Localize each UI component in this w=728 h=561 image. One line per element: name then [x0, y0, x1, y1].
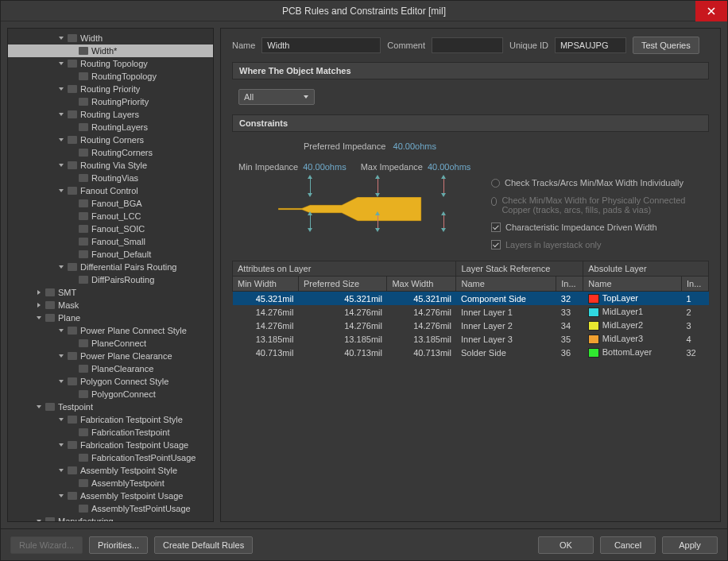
tree-item[interactable]: Fabrication Testpoint Style: [8, 413, 213, 426]
collapse-icon[interactable]: [35, 403, 43, 411]
tree-item[interactable]: Manufacturing: [8, 515, 213, 522]
tree-item[interactable]: AssemblyTestPointUsage: [8, 502, 213, 515]
table-row[interactable]: 45.321mil45.321mil45.321milComponent Sid…: [233, 292, 709, 306]
tree-item[interactable]: Power Plane Connect Style: [8, 324, 213, 337]
cell-minw[interactable]: 45.321mil: [233, 292, 299, 306]
tree-item[interactable]: PlaneClearance: [8, 362, 213, 375]
col-name1[interactable]: Name: [456, 277, 556, 292]
tree-item[interactable]: Routing Via Style: [8, 159, 213, 172]
tree-item[interactable]: Routing Priority: [8, 83, 213, 95]
tree-item[interactable]: PolygonConnect: [8, 388, 213, 400]
cell-maxw[interactable]: 13.185mil: [387, 332, 456, 346]
collapse-icon[interactable]: [57, 466, 65, 474]
collapse-icon[interactable]: [57, 377, 65, 385]
tree-item[interactable]: Testpoint: [8, 400, 213, 413]
cell-pref[interactable]: 14.276mil: [298, 319, 387, 332]
expand-icon[interactable]: [35, 301, 43, 309]
col-idx2[interactable]: In...: [682, 277, 709, 292]
tree-item[interactable]: Fanout_Small: [8, 235, 213, 248]
collapse-icon[interactable]: [57, 492, 65, 500]
layer-table[interactable]: Attributes on Layer Layer Stack Referenc…: [232, 261, 709, 359]
collapse-icon[interactable]: [57, 416, 65, 424]
impedance-driven-row[interactable]: Characteristic Impedance Driven Width: [491, 222, 703, 232]
tree-item[interactable]: Assembly Testpoint Usage: [8, 489, 213, 502]
test-queries-button[interactable]: Test Queries: [633, 37, 699, 54]
collapse-icon[interactable]: [57, 136, 65, 144]
close-button[interactable]: [695, 1, 727, 21]
check-connected-radio-row[interactable]: Check Min/Max Width for Physically Conne…: [491, 195, 703, 215]
tree-item[interactable]: Fanout Control: [8, 184, 213, 197]
radio-icon[interactable]: [491, 197, 497, 206]
tree-item[interactable]: Routing Corners: [8, 133, 213, 146]
tree-item[interactable]: Differential Pairs Routing: [8, 261, 213, 273]
checkbox-icon[interactable]: [491, 240, 501, 250]
apply-button[interactable]: Apply: [662, 536, 718, 554]
tree-item[interactable]: Polygon Connect Style: [8, 375, 213, 388]
tree-item[interactable]: RoutingTopology: [8, 70, 213, 83]
collapse-icon[interactable]: [57, 352, 65, 360]
min-impedance-value[interactable]: 40.00ohms: [303, 162, 346, 172]
tree-item[interactable]: Fanout_LCC: [8, 210, 213, 222]
cell-minw[interactable]: 13.185mil: [233, 332, 299, 346]
max-impedance-value[interactable]: 40.00ohms: [428, 162, 470, 172]
priorities-button[interactable]: Priorities...: [89, 536, 148, 554]
table-row[interactable]: 14.276mil14.276mil14.276milInner Layer 2…: [233, 319, 709, 332]
scope-combo[interactable]: All: [238, 89, 315, 105]
cell-minw[interactable]: 14.276mil: [233, 305, 299, 319]
collapse-icon[interactable]: [57, 327, 65, 335]
cell-maxw[interactable]: 40.713mil: [387, 346, 456, 359]
collapse-icon[interactable]: [57, 263, 65, 271]
collapse-icon[interactable]: [57, 85, 65, 93]
tree-item[interactable]: Fanout_SOIC: [8, 222, 213, 235]
cell-maxw[interactable]: 45.321mil: [387, 292, 456, 306]
cell-maxw[interactable]: 14.276mil: [387, 319, 456, 332]
collapse-icon[interactable]: [57, 34, 65, 42]
expand-icon[interactable]: [35, 288, 43, 296]
cell-pref[interactable]: 14.276mil: [298, 305, 387, 319]
collapse-icon[interactable]: [57, 60, 65, 68]
cell-pref[interactable]: 45.321mil: [298, 292, 387, 306]
col-idx1[interactable]: In...: [556, 277, 583, 292]
tree-item[interactable]: Fanout_BGA: [8, 197, 213, 210]
tree-item[interactable]: Assembly Testpoint Style: [8, 464, 213, 477]
collapse-icon[interactable]: [57, 441, 65, 449]
col-name2[interactable]: Name: [583, 277, 682, 292]
tree-item[interactable]: RoutingCorners: [8, 146, 213, 159]
layerstack-only-row[interactable]: Layers in layerstack only: [491, 240, 703, 250]
collapse-icon[interactable]: [57, 187, 65, 195]
table-row[interactable]: 40.713mil40.713mil40.713milSolder Side36…: [233, 346, 709, 359]
tree-item[interactable]: FabricationTestPointUsage: [8, 451, 213, 464]
tree-item[interactable]: Fabrication Testpoint Usage: [8, 439, 213, 451]
table-row[interactable]: 14.276mil14.276mil14.276milInner Layer 1…: [233, 305, 709, 319]
pref-impedance-value[interactable]: 40.00ohms: [393, 141, 436, 151]
tree-item[interactable]: DiffPairsRouting: [8, 273, 213, 286]
cell-pref[interactable]: 40.713mil: [298, 346, 387, 359]
collapse-icon[interactable]: [35, 517, 43, 522]
col-pref[interactable]: Preferred Size: [298, 277, 387, 292]
collapse-icon[interactable]: [57, 161, 65, 169]
cell-pref[interactable]: 13.185mil: [298, 332, 387, 346]
tree-item[interactable]: Power Plane Clearance: [8, 350, 213, 362]
tree-item[interactable]: Mask: [8, 299, 213, 311]
uniqueid-input[interactable]: [555, 37, 626, 53]
tree-item[interactable]: Routing Topology: [8, 57, 213, 70]
tree-item[interactable]: FabricationTestpoint: [8, 426, 213, 439]
rules-tree[interactable]: WidthWidth*Routing TopologyRoutingTopolo…: [7, 28, 214, 522]
tree-item[interactable]: Routing Layers: [8, 108, 213, 121]
collapse-icon[interactable]: [57, 110, 65, 118]
ok-button[interactable]: OK: [538, 536, 594, 554]
cancel-button[interactable]: Cancel: [600, 536, 656, 554]
tree-item[interactable]: RoutingPriority: [8, 95, 213, 108]
tree-item[interactable]: Width*: [8, 44, 213, 57]
cell-minw[interactable]: 14.276mil: [233, 319, 299, 332]
tree-item[interactable]: RoutingVias: [8, 172, 213, 184]
comment-input[interactable]: [432, 37, 503, 53]
name-input[interactable]: [261, 37, 381, 53]
col-maxw[interactable]: Max Width: [387, 277, 456, 292]
radio-icon[interactable]: [491, 179, 500, 188]
create-default-button[interactable]: Create Default Rules: [154, 536, 253, 554]
col-minw[interactable]: Min Width: [233, 277, 299, 292]
cell-minw[interactable]: 40.713mil: [233, 346, 299, 359]
tree-item[interactable]: PlaneConnect: [8, 337, 213, 350]
cell-maxw[interactable]: 14.276mil: [387, 305, 456, 319]
